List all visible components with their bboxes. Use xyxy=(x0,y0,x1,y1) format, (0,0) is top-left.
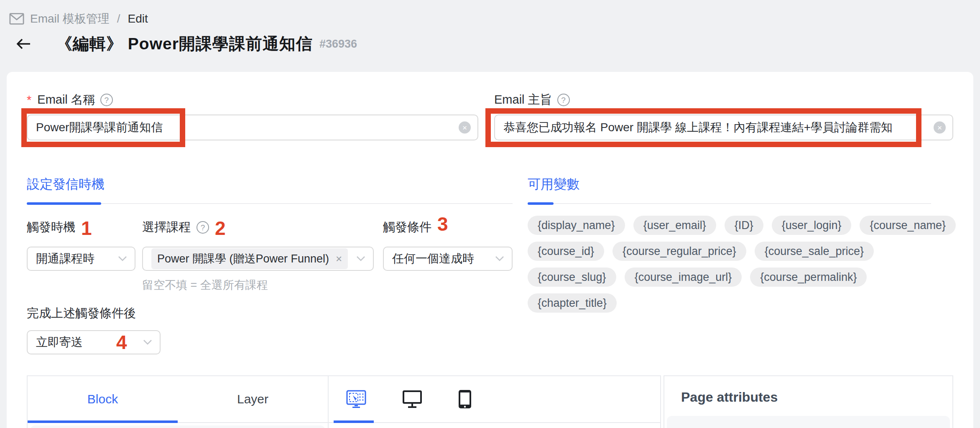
email-setting-collapse-header[interactable]: ▼ Email Setting xyxy=(667,416,950,428)
condition-label: 觸發條件 xyxy=(383,219,431,236)
trigger-time-label: 觸發時機 xyxy=(27,219,75,236)
editor-view-icon[interactable] xyxy=(346,390,366,408)
send-timing-select[interactable]: 立即寄送 4 xyxy=(27,330,161,354)
email-subject-input[interactable] xyxy=(494,115,953,140)
back-arrow-icon[interactable] xyxy=(14,36,33,51)
timing-section: 設定發信時機 觸發時機 1 開通課程時 xyxy=(27,176,513,354)
tag-remove-icon[interactable]: × xyxy=(336,252,342,265)
trigger-time-select[interactable]: 開通課程時 xyxy=(27,247,135,271)
tab-variables[interactable]: 可用變數 xyxy=(528,176,579,203)
trigger-time-group: 觸發時機 1 開通課程時 xyxy=(27,217,142,293)
email-subject-group: Email 主旨 ? × xyxy=(494,92,953,140)
chevron-down-icon xyxy=(118,256,127,262)
variable-tag[interactable]: {user_login} xyxy=(772,216,852,235)
help-icon[interactable]: ? xyxy=(557,94,570,106)
preview-panel xyxy=(329,375,661,428)
breadcrumb-current: Edit xyxy=(128,12,148,25)
variables-tab-rule xyxy=(528,203,931,204)
variable-tag[interactable]: {course_regular_price} xyxy=(612,242,746,261)
course-select-group: 選擇課程 ? 2 Power 開課學 (贈送Power Funnel) × 留空… xyxy=(142,217,383,293)
timing-tab-rule xyxy=(27,203,513,204)
desktop-view-icon[interactable] xyxy=(402,390,422,408)
breadcrumb: Email 模板管理 / Edit xyxy=(9,11,148,27)
content-collapse-header[interactable]: ▼ Content xyxy=(30,425,325,428)
breadcrumb-separator: / xyxy=(117,12,120,25)
envelope-icon xyxy=(9,13,24,25)
variable-tag[interactable]: {course_id} xyxy=(528,242,604,261)
variable-tag[interactable]: {course_image_url} xyxy=(625,268,742,287)
trigger-time-value: 開通課程時 xyxy=(36,251,94,267)
variable-tag[interactable]: {course_sale_price} xyxy=(755,242,874,261)
page-title: 《編輯》 Power開課學課前通知信 xyxy=(56,33,313,55)
page-attributes-panel: Page attributes ▼ Email Setting xyxy=(664,375,953,428)
variable-tags: {display_name} {user_email} {ID} {user_l… xyxy=(528,216,956,313)
help-icon[interactable]: ? xyxy=(100,94,113,106)
builder-area: Block Layer ▼ Content xyxy=(27,375,953,428)
chevron-down-icon xyxy=(143,339,152,345)
page-attributes-title: Page attributes xyxy=(664,376,952,416)
annotation-number-2: 2 xyxy=(215,219,226,238)
condition-select[interactable]: 任何一個達成時 xyxy=(383,247,513,271)
annotation-number-1: 1 xyxy=(81,219,92,238)
variables-section: 可用變數 {display_name} {user_email} {ID} {u… xyxy=(528,176,956,354)
title-bar: 《編輯》 Power開課學課前通知信 #36936 xyxy=(14,33,357,55)
device-toolbar xyxy=(329,376,660,423)
course-tag-label: Power 開課學 (贈送Power Funnel) xyxy=(157,251,329,266)
course-hint: 留空不填 = 全選所有課程 xyxy=(142,278,383,293)
annotation-number-4: 4 xyxy=(116,333,127,352)
variable-tag[interactable]: {course_slug} xyxy=(528,268,616,287)
email-template-edit-page: Email 模板管理 / Edit 《編輯》 Power開課學課前通知信 #36… xyxy=(0,0,980,428)
course-multiselect[interactable]: Power 開課學 (贈送Power Funnel) × xyxy=(142,247,374,271)
tab-layer[interactable]: Layer xyxy=(178,376,328,422)
variable-tag[interactable]: {display_name} xyxy=(528,216,625,235)
editor-card: * Email 名稱 ? × Email 主旨 ? × xyxy=(7,72,973,428)
send-timing-value: 立即寄送 xyxy=(36,334,83,350)
tab-timing[interactable]: 設定發信時機 xyxy=(27,176,105,203)
course-tag: Power 開課學 (贈送Power Funnel) × xyxy=(151,248,348,269)
email-name-input[interactable] xyxy=(27,115,478,140)
condition-group: 觸發條件 3 任何一個達成時 xyxy=(383,217,513,293)
required-asterisk: * xyxy=(27,93,31,107)
chevron-down-icon xyxy=(495,256,504,262)
email-name-label: Email 名稱 xyxy=(37,92,95,108)
variable-tag[interactable]: {course_name} xyxy=(860,216,956,235)
chevron-down-icon xyxy=(356,256,365,262)
annotation-number-3: 3 xyxy=(437,214,448,234)
post-id: #36936 xyxy=(319,38,357,51)
variable-tag[interactable]: {course_permalink} xyxy=(750,268,867,287)
variable-tag[interactable]: {user_email} xyxy=(633,216,716,235)
variable-tag[interactable]: {ID} xyxy=(725,216,763,235)
tab-block[interactable]: Block xyxy=(28,376,178,422)
clear-icon[interactable]: × xyxy=(459,122,471,134)
breadcrumb-section[interactable]: Email 模板管理 xyxy=(30,11,110,27)
after-trigger-label: 完成上述觸發條件後 xyxy=(27,305,513,322)
mobile-view-icon[interactable] xyxy=(458,390,472,409)
variable-tag[interactable]: {chapter_title} xyxy=(528,293,617,313)
course-select-label: 選擇課程 xyxy=(142,219,191,236)
email-name-group: * Email 名稱 ? × xyxy=(27,92,478,140)
help-icon[interactable]: ? xyxy=(197,221,209,234)
email-subject-label: Email 主旨 xyxy=(494,92,552,108)
blocks-panel: Block Layer ▼ Content xyxy=(27,375,329,428)
condition-value: 任何一個達成時 xyxy=(392,251,474,267)
clear-icon[interactable]: × xyxy=(934,122,946,134)
